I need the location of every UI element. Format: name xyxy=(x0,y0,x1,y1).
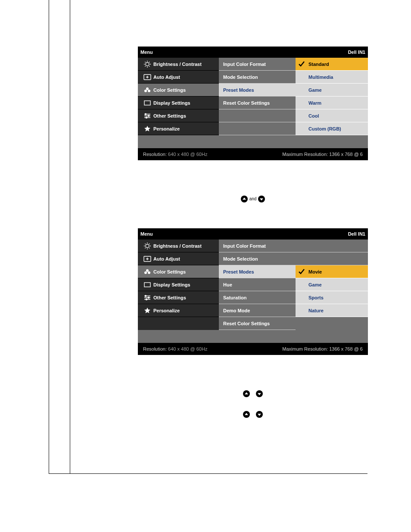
down-button-icon xyxy=(256,411,263,418)
max-resolution: Maximum Resolution: 1366 x 768 @ 6 xyxy=(282,346,363,352)
up-button-icon xyxy=(243,390,250,397)
preset-game[interactable]: Game xyxy=(296,84,368,96)
svg-point-15 xyxy=(145,295,146,296)
mid-preset-modes[interactable]: Preset Modes xyxy=(219,84,296,96)
svg-point-16 xyxy=(148,297,149,298)
mid-mode-selection[interactable]: Mode Selection xyxy=(219,252,296,265)
osd-menu-1: Menu Dell IN1 Brightness / Contrast xyxy=(138,47,368,160)
other-settings-icon xyxy=(141,295,153,301)
personalize-icon xyxy=(141,125,153,132)
preset-sports[interactable]: Sports xyxy=(296,291,368,304)
nav-auto-adjust[interactable]: Auto Adjust xyxy=(138,252,219,265)
mid-preset-modes[interactable]: Preset Modes xyxy=(219,265,296,278)
brightness-icon xyxy=(141,60,153,68)
preset-standard[interactable]: Standard xyxy=(296,58,368,71)
svg-point-0 xyxy=(146,62,149,66)
up-button-icon xyxy=(241,196,248,202)
svg-point-4 xyxy=(148,90,150,92)
down-button-icon xyxy=(256,390,263,397)
up-button-icon xyxy=(243,411,250,418)
osd-title: Menu xyxy=(140,50,153,55)
preset-movie[interactable]: Movie xyxy=(296,265,368,278)
preset-game[interactable]: Game xyxy=(296,278,368,291)
preset-custom-rgb[interactable]: Custom (RGB) xyxy=(296,122,368,135)
auto-adjust-icon xyxy=(141,74,153,80)
max-resolution: Maximum Resolution: 1366 x 768 @ 6 xyxy=(282,152,363,157)
nav-other-settings[interactable]: Other Settings xyxy=(138,109,219,122)
svg-point-2 xyxy=(144,90,147,92)
check-icon xyxy=(298,61,305,68)
preset-nature[interactable]: Nature xyxy=(296,304,368,317)
svg-point-3 xyxy=(146,87,149,90)
mid-mode-selection[interactable]: Mode Selection xyxy=(219,71,296,84)
color-settings-icon xyxy=(141,269,153,275)
preset-multimedia[interactable]: Multimedia xyxy=(296,71,368,84)
check-icon xyxy=(298,268,305,275)
osd-brand: Dell IN1 xyxy=(348,231,365,236)
svg-point-17 xyxy=(146,299,147,300)
osd-title: Menu xyxy=(140,231,153,236)
svg-point-7 xyxy=(148,115,149,116)
svg-point-9 xyxy=(146,244,149,248)
preset-cool[interactable]: Cool xyxy=(296,109,368,122)
nav-color-settings[interactable]: Color Settings xyxy=(138,265,219,278)
nav-personalize[interactable]: Personalize xyxy=(138,304,219,317)
svg-rect-14 xyxy=(144,283,150,287)
other-settings-icon xyxy=(141,113,153,119)
osd-brand: Dell IN1 xyxy=(348,50,365,55)
nav-auto-adjust[interactable]: Auto Adjust xyxy=(138,71,219,84)
nav-display-settings[interactable]: Display Settings xyxy=(138,96,219,109)
display-settings-icon xyxy=(141,282,153,288)
mid-demo-mode[interactable]: Demo Mode xyxy=(219,304,296,317)
svg-point-13 xyxy=(148,271,150,274)
personalize-icon xyxy=(141,307,153,314)
nav-brightness-contrast[interactable]: Brightness / Contrast xyxy=(138,240,219,252)
nav-other-settings[interactable]: Other Settings xyxy=(138,291,219,304)
down-button-icon xyxy=(258,196,265,202)
mid-saturation[interactable]: Saturation xyxy=(219,291,296,304)
mid-reset-color[interactable]: Reset Color Settings xyxy=(219,96,296,109)
svg-point-8 xyxy=(146,117,147,118)
preset-warm[interactable]: Warm xyxy=(296,96,368,109)
svg-point-6 xyxy=(145,113,146,115)
resolution-label: Resolution: 640 x 480 @ 60Hz xyxy=(143,346,207,352)
mid-input-color-format[interactable]: Input Color Format xyxy=(219,58,296,71)
nav-personalize[interactable]: Personalize xyxy=(138,122,219,135)
nav-display-settings[interactable]: Display Settings xyxy=(138,278,219,291)
nav-brightness-contrast[interactable]: Brightness / Contrast xyxy=(138,58,219,71)
osd-menu-2: Menu Dell IN1 Brightness / Contrast xyxy=(138,228,368,355)
display-settings-icon xyxy=(141,100,153,106)
nav-color-settings[interactable]: Color Settings xyxy=(138,84,219,96)
svg-point-12 xyxy=(146,269,149,272)
resolution-label: Resolution: 640 x 480 @ 60Hz xyxy=(143,152,207,157)
mid-reset-color[interactable]: Reset Color Settings xyxy=(219,317,296,330)
brightness-icon xyxy=(141,242,153,250)
svg-point-11 xyxy=(144,271,147,274)
mid-hue[interactable]: Hue xyxy=(219,278,296,291)
auto-adjust-icon xyxy=(141,256,153,262)
mid-input-color-format[interactable]: Input Color Format xyxy=(219,240,296,252)
color-settings-icon xyxy=(141,87,153,93)
svg-rect-5 xyxy=(144,101,150,105)
